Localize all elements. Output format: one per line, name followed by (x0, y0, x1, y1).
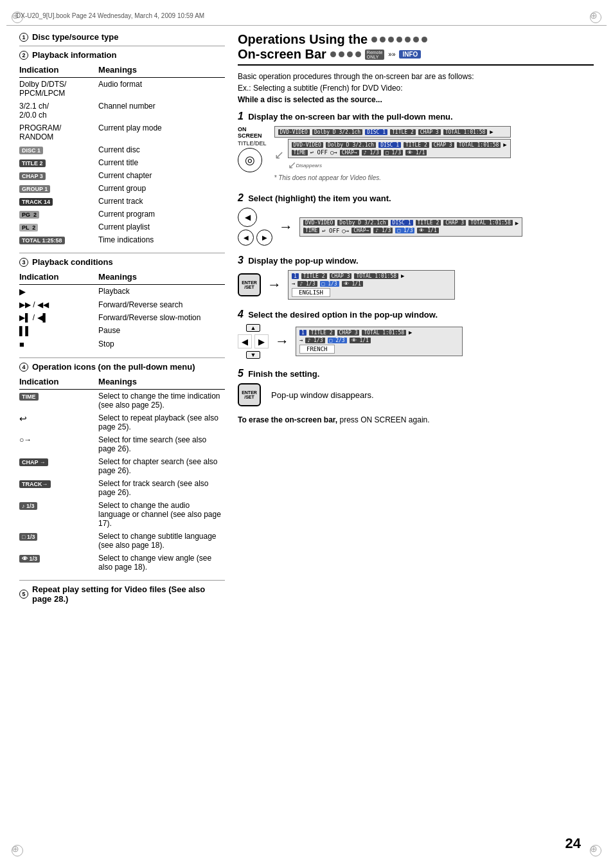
indication-cell: TITLE 2 (19, 156, 98, 169)
btn-right-4[interactable]: ▶ (254, 334, 269, 348)
step-2-num: 2 (238, 192, 244, 203)
step-3-header: 3 Display the pop-up window. (238, 255, 594, 266)
table-row: ▶ Playback (19, 285, 225, 299)
meaning-cell: Channel number (98, 100, 225, 122)
table-row: CHAP → Select for chapter search (see al… (19, 455, 225, 477)
time-badge-1: TIME (292, 150, 308, 156)
btn-circle-1[interactable]: ◎ (238, 148, 262, 172)
btn-right-2b[interactable]: ▶ (256, 230, 272, 246)
step-2-instruction: Select (highlight) the item you want. (248, 194, 391, 203)
dot-3 (388, 37, 394, 42)
btn-up-4[interactable]: ▲ (246, 324, 260, 332)
meaning-cell: Select to change view angle (see also pa… (98, 552, 225, 574)
meaning-cell: Current program (98, 208, 225, 221)
angle-4: 👁 1/1 (350, 338, 371, 343)
enter-btn-3[interactable]: ENTER /SET (238, 273, 261, 296)
meaning-cell: Forward/Reverse search (98, 298, 225, 311)
step-1-num: 1 (238, 111, 244, 122)
meaning-cell: Time indications (98, 233, 225, 246)
indication-cell: DISC 1 (19, 143, 98, 156)
step-3: 3 Display the pop-up window. ENTER /SET … (238, 255, 594, 300)
indication-cell: ▌▌ (19, 324, 98, 338)
meaning-cell: Select to change the audio language or c… (98, 499, 225, 530)
section-2-table: Indication Meanings Dolby D/DTS/PPCM/LPC… (19, 64, 225, 246)
step-1-arrow-row: ↙ DVD-VIDEO Dolby D 3/2.1ch DISC 1 TITLE… (274, 139, 511, 171)
col-header-meanings-2: Meanings (98, 64, 225, 78)
btn-down-4[interactable]: ▼ (246, 351, 260, 359)
screen-box-2a: DVD-VIDEO Dolby D 3/2.1ch DISC 1 TITLE 2… (299, 217, 522, 237)
meaning-cell: Stop (98, 338, 225, 351)
screen-row-1b: DVD-VIDEO Dolby D 3/2.1ch DISC 1 TITLE 2… (292, 141, 507, 148)
btn-left-4[interactable]: ◀ (238, 334, 252, 348)
step-4: 4 Select the desired option in the pop-u… (238, 309, 594, 359)
dolby-badge-1b: Dolby D 3/2.1ch (326, 142, 376, 148)
section-1-header: 1 Disc type/source type (19, 32, 225, 42)
table-row: DISC 1 Current disc (19, 143, 225, 156)
step-4-content: ▲ ◀ ▶ ▼ → 1 TITLE 2 CHAP 3 TOTAL 1:01: (238, 324, 594, 359)
meaning-cell: Select for track search (see also page 2… (98, 477, 225, 499)
table-row: ○→ Select for time search (see also page… (19, 433, 225, 455)
indication-cell: TRACK→ (19, 477, 98, 499)
screen-box-1a: DVD-VIDEO Dolby D 3/2.1ch DISC 1 TITLE 2… (274, 126, 511, 138)
footer-note: To erase the on-screen bar, press ON SCR… (238, 415, 594, 424)
chap-badge-4: CHAP 3 (337, 330, 360, 336)
meaning-cell: Playback (98, 285, 225, 299)
set-text-5: /SET (244, 395, 254, 399)
btn-left-2b[interactable]: ◀ (238, 230, 254, 246)
badge-title: TITLE 2 (19, 159, 46, 167)
enter-btn-5[interactable]: ENTER /SET (238, 383, 261, 406)
step-3-num: 3 (238, 255, 244, 266)
popup-disappears-text: Pop-up window disappears. (271, 390, 374, 400)
btn-circle-1-icon: ◎ (245, 153, 255, 167)
indication-cell: □ 1/3 (19, 530, 98, 552)
dot-10 (347, 51, 353, 57)
title-del-label: TITLE/DEL (238, 140, 267, 147)
section-4-title: Operation icons (on the pull-down menu) (32, 362, 195, 372)
indication-cell: ■ (19, 338, 98, 351)
dot-11 (355, 51, 361, 57)
section-5-title-bold: Repeat play setting for Video files (32, 584, 166, 594)
angle-3: 👁 1/1 (342, 281, 363, 287)
content-area: 1 Disc type/source type 2 Playback infor… (19, 32, 594, 836)
section-3-table: Indication Meanings ▶ Playback ▶▶ / ◀◀ F… (19, 271, 225, 351)
step-2: 2 Select (highlight) the item you want. … (238, 192, 594, 246)
meaning-cell: Current title (98, 156, 225, 169)
arrow-3: → (292, 280, 295, 287)
play-icon-3: ▶ (401, 273, 404, 279)
meaning-cell: Current playlist (98, 221, 225, 233)
dvd-video-badge-1b: DVD-VIDEO (292, 142, 323, 148)
disc-badge-1b: DISC 1 (378, 142, 401, 148)
indication-cell: CHAP → (19, 455, 98, 477)
arrow-4: → (299, 337, 303, 343)
chap-badge-2: CHAP 3 (443, 220, 466, 226)
col-header-meanings-3: Meanings (98, 271, 225, 285)
badge-subtitle: □ 1/3 (19, 533, 37, 541)
dot-8 (330, 51, 336, 57)
step-5: 5 Finish the setting. ENTER /SET Pop-up … (238, 368, 594, 406)
sub-4: □ 2/3 (328, 338, 347, 343)
step-5-header: 5 Finish the setting. (238, 368, 594, 379)
badge-group: GROUP 1 (19, 185, 50, 193)
corner-br (590, 845, 601, 856)
meaning-cell: Select for time search (see also page 26… (98, 433, 225, 455)
step-3-content: ENTER /SET → 1 TITLE 2 CHAP 3 TOTAL 1:01… (238, 270, 594, 300)
title-text-2: On-screen Bar (238, 47, 326, 62)
meaning-cell: Current disc (98, 143, 225, 156)
intro-text: Basic operation procedures through the o… (238, 71, 594, 105)
disc-badge-3: 1 (292, 273, 299, 279)
audio-3: ♪ 1/3 (298, 281, 317, 287)
on-screen-label: ONSCREEN (238, 126, 267, 139)
btn-left-2[interactable]: ◀ (238, 208, 257, 227)
meaning-cell: Audio format (98, 78, 225, 100)
meaning-cell: Current play mode (98, 122, 225, 143)
meaning-cell: Current chapter (98, 169, 225, 182)
sub-2-hl: □ 1/3 (395, 228, 414, 233)
table-row: TRACK 14 Current track (19, 195, 225, 208)
indication-cell: CHAP 3 (19, 169, 98, 182)
table-row: PL 2 Current playlist (19, 221, 225, 233)
section-5-title: Repeat play setting for Video files (See… (32, 584, 225, 604)
indication-cell: ▶▶ / ◀◀ (19, 298, 98, 311)
badge-audio: ♪ 1/3 (19, 502, 37, 510)
popup-english: ENGLISH (292, 288, 330, 297)
step-2-header: 2 Select (highlight) the item you want. (238, 192, 594, 204)
